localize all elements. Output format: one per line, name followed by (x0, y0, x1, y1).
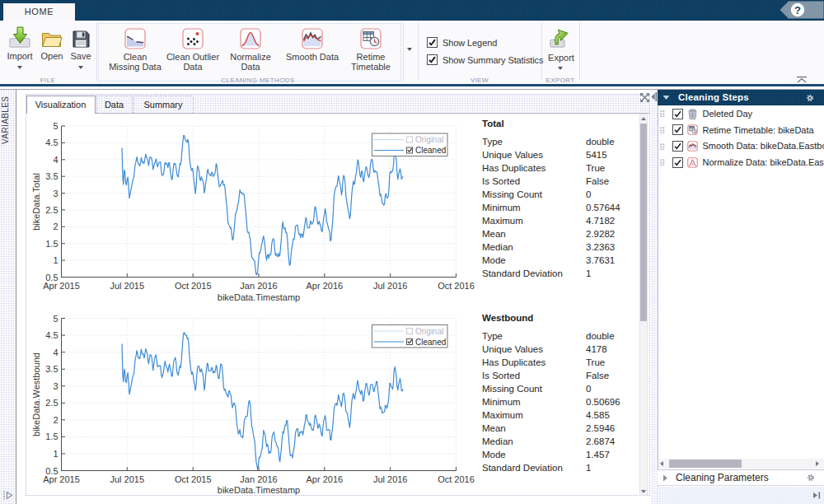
svg-text:Apr 2015: Apr 2015 (43, 281, 80, 291)
svg-text:Apr 2016: Apr 2016 (306, 474, 343, 484)
svg-text:Original: Original (415, 327, 443, 336)
svg-text:Jan 2016: Jan 2016 (240, 281, 277, 291)
svg-text:Oct 2015: Oct 2015 (175, 474, 212, 484)
svg-text:2: 2 (53, 415, 58, 425)
svg-text:Oct 2015: Oct 2015 (175, 281, 212, 291)
svg-text:1.5: 1.5 (45, 239, 58, 249)
svg-text:bikeData.Westbound: bikeData.Westbound (31, 352, 41, 436)
svg-text:2: 2 (53, 222, 58, 231)
svg-text:4.5: 4.5 (45, 330, 58, 340)
svg-text:?: ? (794, 4, 801, 16)
svg-text:5: 5 (53, 314, 58, 324)
svg-text:Jul 2015: Jul 2015 (110, 474, 145, 484)
svg-text:1: 1 (53, 449, 58, 459)
svg-text:Cleaned: Cleaned (415, 146, 446, 155)
svg-text:Jul 2015: Jul 2015 (110, 281, 145, 291)
svg-text:5: 5 (53, 121, 58, 131)
svg-text:Cleaned: Cleaned (415, 338, 446, 347)
svg-text:bikeData.Timestamp: bikeData.Timestamp (218, 292, 300, 302)
svg-text:Jan 2016: Jan 2016 (240, 474, 277, 484)
svg-text:Jul 2016: Jul 2016 (373, 281, 408, 291)
svg-text:3.5: 3.5 (45, 171, 58, 181)
svg-text:3: 3 (53, 381, 58, 391)
svg-text:Jul 2016: Jul 2016 (373, 474, 408, 484)
svg-text:3: 3 (53, 189, 58, 198)
svg-text:Oct 2016: Oct 2016 (438, 281, 475, 291)
svg-text:4: 4 (53, 348, 58, 357)
svg-text:2.5: 2.5 (45, 205, 58, 215)
svg-text:4.5: 4.5 (45, 138, 58, 147)
svg-text:bikeData.Timestamp: bikeData.Timestamp (218, 485, 300, 495)
svg-text:Oct 2016: Oct 2016 (438, 474, 475, 484)
svg-text:3.5: 3.5 (45, 364, 58, 374)
svg-text:Original: Original (415, 135, 443, 144)
svg-text:Apr 2015: Apr 2015 (43, 474, 80, 484)
svg-text:4: 4 (53, 155, 58, 165)
svg-text:2.5: 2.5 (45, 398, 58, 408)
svg-text:Apr 2016: Apr 2016 (306, 281, 343, 291)
svg-text:1: 1 (53, 255, 58, 265)
svg-text:1.5: 1.5 (45, 432, 58, 441)
svg-text:bikeData.Total: bikeData.Total (31, 173, 41, 231)
